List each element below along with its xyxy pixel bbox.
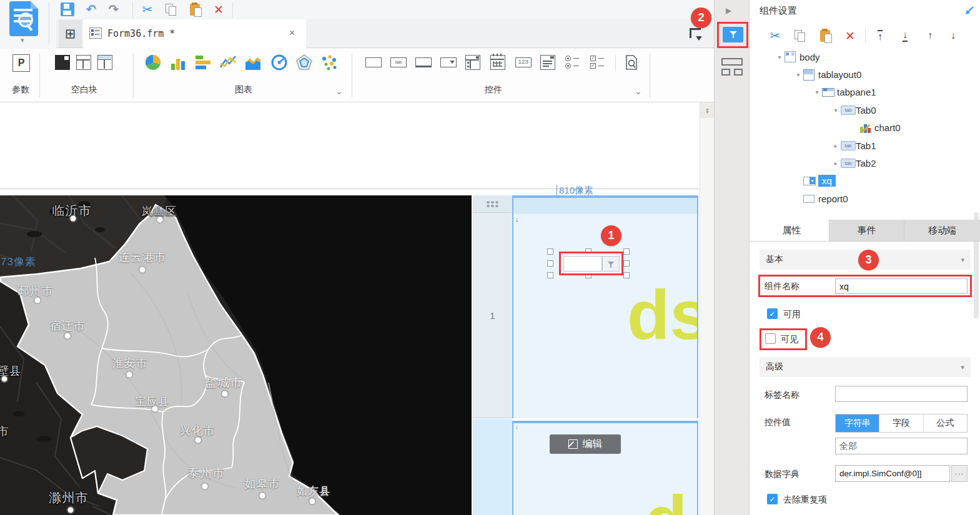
canvas-scrollbar[interactable]: ▴▾ xyxy=(700,102,714,515)
map-city-label: 宿迁市 xyxy=(50,318,86,333)
column-chart-icon[interactable] xyxy=(169,54,187,74)
pie-chart-icon[interactable] xyxy=(144,54,162,74)
grid-drag-handle[interactable] xyxy=(473,195,512,213)
widget-settings-outline xyxy=(717,22,748,48)
tree-item-xq[interactable]: ▾xq xyxy=(750,172,972,190)
panel-copy-icon[interactable] xyxy=(792,27,808,44)
selected-combo-widget-outline xyxy=(559,252,623,275)
ribbon-group-label-blocks: 空白块 xyxy=(59,84,109,96)
panel-pin-icon[interactable] xyxy=(964,4,976,18)
combo-widget-input[interactable] xyxy=(563,256,602,272)
move-bottom-icon[interactable]: ↓ xyxy=(897,27,913,44)
tabpane-header[interactable] xyxy=(513,198,698,214)
edit-button[interactable]: 编辑 xyxy=(550,434,621,454)
enabled-checkbox[interactable]: ✓ xyxy=(767,308,778,319)
template-menu-arrow-icon[interactable]: ▾ xyxy=(21,36,24,44)
tree-item-body[interactable]: ▾body xyxy=(750,48,972,66)
charts-more-icon[interactable]: ⌄ xyxy=(335,86,343,96)
move-top-icon[interactable]: ↑ xyxy=(872,27,888,44)
controls-more-icon[interactable]: ⌄ xyxy=(635,86,642,96)
copy-icon[interactable] xyxy=(163,1,179,17)
list-icon[interactable] xyxy=(540,55,555,70)
tree-item-label: Tab0 xyxy=(856,105,876,115)
float-window-icon[interactable] xyxy=(690,28,701,38)
textarea-icon[interactable] xyxy=(415,57,432,67)
delete-icon[interactable]: ✕ xyxy=(210,1,227,17)
combo-widget-dropdown-button[interactable] xyxy=(602,256,620,272)
value-type-formula[interactable]: 公式 xyxy=(924,414,967,432)
parameter-pane-icon[interactable]: P xyxy=(12,54,30,72)
move-down-icon[interactable]: ↓ xyxy=(945,27,961,44)
side-strip xyxy=(714,0,750,515)
flow-anchor-icon: ↓ xyxy=(515,424,518,430)
tab-mobile[interactable]: 移动端 xyxy=(904,220,980,241)
bar-chart-icon[interactable] xyxy=(194,54,212,74)
move-up-icon[interactable]: ↑ xyxy=(922,27,938,44)
panel-delete-icon[interactable]: ✕ xyxy=(842,27,858,44)
cut-icon[interactable]: ✂ xyxy=(139,1,156,17)
expander-open-icon[interactable]: ▾ xyxy=(775,54,784,61)
expander-open-icon[interactable]: ▾ xyxy=(793,71,803,78)
undo-icon[interactable]: ↶ xyxy=(83,1,99,17)
edit-button-label: 编辑 xyxy=(583,438,603,451)
map-chart-block[interactable]: 临沂市岚山区连云港市邳州市宿迁市壁县淮安市盐城市宝应县兴化市泰州市如皋市如东县滁… xyxy=(0,195,472,515)
number-icon[interactable]: 123 xyxy=(515,57,532,67)
expander-collapsed-icon[interactable]: ▸ xyxy=(831,160,841,167)
report-block-icon[interactable] xyxy=(97,55,112,70)
paste-icon[interactable] xyxy=(187,1,203,17)
tree-item-Tab2[interactable]: ▸tabTab2 xyxy=(750,154,972,172)
area-chart-icon[interactable] xyxy=(244,54,262,74)
tree-item-Tab1[interactable]: ▸tabTab1 xyxy=(750,137,972,154)
radar-chart-icon[interactable] xyxy=(295,54,313,74)
scroll-up-icon[interactable]: ▴▾ xyxy=(700,102,715,118)
map-city-dot xyxy=(260,493,265,499)
tree-item-label: report0 xyxy=(818,194,848,204)
value-type-field[interactable]: 字段 xyxy=(879,414,923,432)
tree-item-Tab0[interactable]: ▾tabTab0 xyxy=(750,101,972,119)
template-search-icon[interactable] xyxy=(9,1,38,36)
tree-item-report0[interactable]: report0 xyxy=(750,190,972,207)
close-tab-icon[interactable]: × xyxy=(289,27,295,39)
new-template-icon[interactable]: ⊞ xyxy=(59,20,82,47)
radio-group-icon[interactable] xyxy=(565,55,582,70)
data-dict-input[interactable]: der.impl.SimConf@0]] xyxy=(835,465,950,482)
tab-block-icon[interactable] xyxy=(76,55,91,70)
gauge-chart-icon[interactable] xyxy=(270,54,288,74)
label-control-icon[interactable]: lab xyxy=(390,57,407,67)
tree-item-tabpane1[interactable]: ▾tabpane1 xyxy=(750,84,972,101)
expander-open-icon[interactable]: ▾ xyxy=(831,107,841,114)
tree-item-chart0[interactable]: chart0 xyxy=(750,119,972,137)
dropdown-tree-icon[interactable] xyxy=(465,55,480,70)
line-chart-icon[interactable] xyxy=(219,54,237,74)
expander-collapsed-icon[interactable]: ▸ xyxy=(831,142,841,149)
checkbox-group-icon[interactable]: ✓ ✓ xyxy=(590,55,606,70)
section-basic-label: 基本 xyxy=(766,254,783,265)
document-tab[interactable]: Form36.frm * × xyxy=(83,19,306,49)
section-advanced[interactable]: 高级▾ xyxy=(760,357,971,377)
value-input[interactable]: 全部 xyxy=(835,438,968,454)
report-block[interactable]: ↓ 编辑 d xyxy=(512,421,698,515)
tab-events[interactable]: 事件 xyxy=(829,220,904,241)
tab-properties[interactable]: 属性 xyxy=(755,220,829,241)
query-icon[interactable] xyxy=(623,54,640,73)
expander-open-icon[interactable]: ▾ xyxy=(812,89,822,96)
dedup-checkbox[interactable]: ✓ xyxy=(767,494,778,504)
map-city-dot xyxy=(2,376,7,382)
tree-item-tablayout0[interactable]: ▾tablayout0 xyxy=(750,66,972,83)
layout-settings-icon[interactable] xyxy=(721,58,743,77)
tag-name-input[interactable] xyxy=(835,386,968,402)
panel-paste-icon[interactable] xyxy=(817,27,833,44)
redo-icon[interactable]: ↷ xyxy=(106,1,122,17)
absolute-block-icon[interactable] xyxy=(55,55,70,70)
scatter-chart-icon[interactable] xyxy=(320,54,338,74)
date-icon[interactable] xyxy=(490,55,505,70)
panel-cut-icon[interactable]: ✂ xyxy=(767,27,783,44)
section-advanced-label: 高级 xyxy=(766,361,783,373)
combo-icon: ▾ xyxy=(803,177,818,185)
save-icon[interactable] xyxy=(59,1,76,17)
value-type-string[interactable]: 字符串 xyxy=(836,414,879,432)
data-dict-more-button[interactable]: ··· xyxy=(951,465,968,482)
dropdown-icon[interactable] xyxy=(440,57,457,67)
collapse-panel-icon[interactable]: ▶ xyxy=(726,6,731,15)
textbox-icon[interactable] xyxy=(365,57,382,67)
